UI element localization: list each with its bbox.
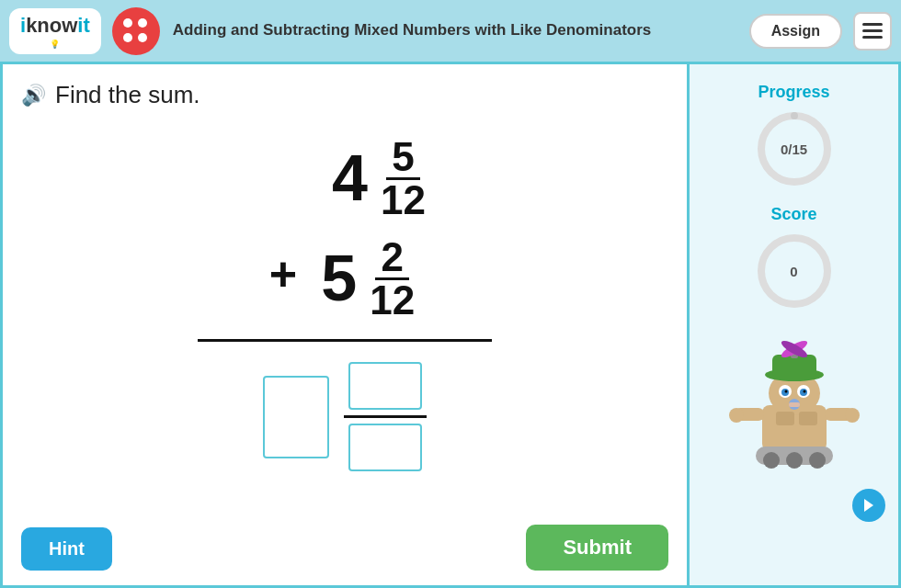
robot-illustration [721, 327, 868, 474]
dot [123, 18, 132, 28]
speaker-icon[interactable]: 🔊 [21, 84, 46, 107]
svg-point-25 [809, 452, 826, 469]
logo: iknowit 💡 [9, 8, 101, 54]
svg-rect-27 [799, 412, 817, 425]
activity-title: Adding and Subtracting Mixed Numbers wit… [173, 20, 749, 40]
answer-numerator-input[interactable] [348, 362, 422, 410]
second-fraction: 2 12 [364, 237, 420, 321]
progress-block: Progress 0/15 [753, 83, 836, 190]
score-chart: 0 [753, 230, 836, 312]
score-value: 0 [790, 264, 797, 279]
first-denominator: 12 [375, 180, 431, 220]
question-label: 🔊 Find the sum. [21, 81, 668, 109]
first-number-row: 4 5 12 [21, 137, 668, 220]
dot [138, 33, 147, 42]
answer-row [263, 362, 427, 471]
second-number-row: + 5 2 12 [21, 237, 668, 321]
operator: + [269, 246, 297, 301]
first-fraction: 5 12 [375, 137, 431, 220]
logo-know: know [26, 14, 77, 37]
arrow-right-icon [860, 496, 878, 514]
nav-arrow-button[interactable] [852, 489, 885, 522]
score-block: Score 0 [753, 205, 836, 312]
main-content: 🔊 Find the sum. 4 5 12 + 5 [0, 64, 901, 588]
svg-rect-17 [789, 402, 800, 407]
submit-button[interactable]: Submit [526, 525, 668, 571]
header: iknowit 💡 Adding and Subtracting Mixed N… [0, 0, 901, 64]
progress-label: Progress [758, 83, 829, 102]
dot [123, 33, 132, 42]
question-prompt: Find the sum. [55, 81, 200, 109]
answer-whole-input[interactable] [263, 376, 329, 458]
progress-chart: 0/15 [753, 107, 836, 190]
second-numerator: 2 [375, 237, 408, 280]
first-whole: 4 [332, 146, 368, 210]
answer-denominator-input[interactable] [348, 424, 422, 471]
svg-point-23 [763, 452, 780, 469]
first-mixed-number: 4 5 12 [332, 137, 431, 220]
hamburger-line [862, 36, 883, 39]
svg-point-21 [845, 408, 860, 423]
left-panel: 🔊 Find the sum. 4 5 12 + 5 [0, 64, 690, 588]
math-divider [198, 339, 492, 342]
logo-sub: 💡 [50, 40, 60, 49]
bottom-bar: Hint Submit [21, 525, 668, 571]
second-denominator: 12 [364, 280, 420, 321]
dot [138, 18, 147, 28]
progress-value: 0/15 [781, 141, 807, 157]
second-mixed-number: + 5 2 12 [269, 237, 420, 321]
svg-point-14 [784, 390, 787, 393]
first-numerator: 5 [386, 137, 419, 180]
svg-marker-28 [864, 499, 873, 512]
right-panel: Progress 0/15 Score 0 [690, 64, 901, 588]
logo-it: it [77, 14, 89, 37]
second-whole: 5 [321, 246, 357, 311]
svg-rect-26 [776, 412, 794, 425]
answer-fraction [344, 362, 427, 471]
score-label: Score [770, 205, 816, 224]
svg-point-15 [803, 390, 805, 393]
svg-point-24 [786, 452, 803, 469]
math-area: 4 5 12 + 5 2 12 [21, 128, 668, 515]
assign-button[interactable]: Assign [749, 14, 842, 49]
svg-point-20 [729, 408, 744, 423]
dice-icon [123, 18, 149, 44]
activity-icon [112, 7, 160, 55]
menu-button[interactable] [853, 12, 892, 51]
hamburger-line [862, 23, 883, 26]
answer-fraction-line [344, 415, 427, 418]
hint-button[interactable]: Hint [21, 527, 112, 571]
hamburger-line [862, 29, 883, 32]
